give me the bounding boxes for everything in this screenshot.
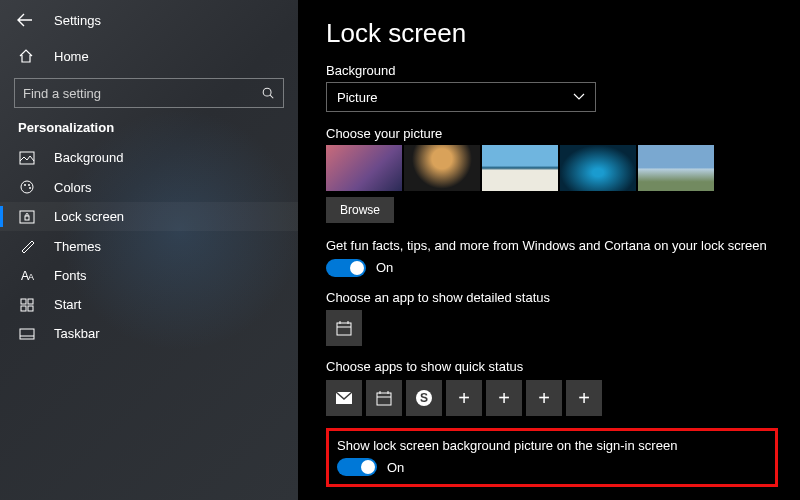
search-box[interactable] xyxy=(14,78,284,108)
plus-icon: + xyxy=(458,388,470,408)
quick-status-tile-add[interactable]: + xyxy=(526,380,562,416)
quick-status-tile-add[interactable]: + xyxy=(566,380,602,416)
sidebar-item-taskbar[interactable]: Taskbar xyxy=(0,319,298,348)
fun-facts-state: On xyxy=(376,260,393,275)
sidebar-item-start[interactable]: Start xyxy=(0,290,298,319)
quick-status-tile-mail[interactable] xyxy=(326,380,362,416)
detailed-status-app-tile[interactable] xyxy=(326,310,362,346)
background-label: Background xyxy=(326,63,778,78)
signin-bg-state: On xyxy=(387,460,404,475)
svg-line-1 xyxy=(270,95,273,98)
sidebar-item-label: Background xyxy=(54,150,123,165)
svg-point-5 xyxy=(28,184,30,186)
choose-picture-label: Choose your picture xyxy=(326,126,778,141)
svg-rect-8 xyxy=(25,216,29,220)
plus-icon: + xyxy=(498,388,510,408)
sidebar-item-background[interactable]: Background xyxy=(0,143,298,172)
svg-text:S: S xyxy=(420,391,428,405)
start-icon xyxy=(18,298,36,312)
sidebar-item-colors[interactable]: Colors xyxy=(0,172,298,202)
back-arrow-icon xyxy=(17,12,33,28)
search-icon xyxy=(261,86,275,100)
sidebar-item-label: Colors xyxy=(54,180,92,195)
home-icon xyxy=(18,48,36,64)
taskbar-icon xyxy=(18,328,36,340)
quick-status-tile-calendar[interactable] xyxy=(366,380,402,416)
page-title: Lock screen xyxy=(326,18,778,49)
back-button[interactable] xyxy=(14,9,36,31)
chevron-down-icon xyxy=(573,93,585,101)
picture-thumb[interactable] xyxy=(326,145,402,191)
sidebar-item-label: Taskbar xyxy=(54,326,100,341)
palette-icon xyxy=(18,179,36,195)
search-input[interactable] xyxy=(23,86,261,101)
sidebar-item-themes[interactable]: Themes xyxy=(0,231,298,261)
sidebar: Settings Home Personalization Background… xyxy=(0,0,298,500)
fun-facts-label: Get fun facts, tips, and more from Windo… xyxy=(326,237,778,255)
picture-thumb[interactable] xyxy=(404,145,480,191)
svg-rect-15 xyxy=(337,323,351,335)
svg-point-3 xyxy=(21,181,33,193)
skype-icon: S xyxy=(414,388,434,408)
picture-thumbnails xyxy=(326,145,778,191)
sidebar-home-label: Home xyxy=(54,49,89,64)
svg-rect-9 xyxy=(21,299,26,304)
quick-status-tile-skype[interactable]: S xyxy=(406,380,442,416)
browse-button[interactable]: Browse xyxy=(326,197,394,223)
font-icon: AA xyxy=(18,269,36,283)
brush-icon xyxy=(18,238,36,254)
sidebar-home[interactable]: Home xyxy=(0,40,298,72)
plus-icon: + xyxy=(538,388,550,408)
signin-bg-toggle[interactable] xyxy=(337,458,377,476)
quick-status-tiles: S + + + + xyxy=(326,380,778,416)
image-icon xyxy=(18,151,36,165)
sidebar-item-label: Themes xyxy=(54,239,101,254)
sidebar-item-fonts[interactable]: AA Fonts xyxy=(0,261,298,290)
sidebar-item-lock-screen[interactable]: Lock screen xyxy=(0,202,298,231)
picture-thumb[interactable] xyxy=(560,145,636,191)
calendar-icon xyxy=(375,389,393,407)
main-panel: Lock screen Background Picture Choose yo… xyxy=(298,0,800,500)
svg-rect-20 xyxy=(377,393,391,405)
svg-point-0 xyxy=(263,88,271,96)
svg-rect-11 xyxy=(21,306,26,311)
picture-thumb[interactable] xyxy=(482,145,558,191)
sidebar-item-label: Fonts xyxy=(54,268,87,283)
fun-facts-toggle[interactable] xyxy=(326,259,366,277)
svg-rect-13 xyxy=(20,329,34,339)
background-dropdown[interactable]: Picture xyxy=(326,82,596,112)
svg-rect-12 xyxy=(28,306,33,311)
background-value: Picture xyxy=(337,90,377,105)
annotation-highlight: Show lock screen background picture on t… xyxy=(326,428,778,488)
mail-icon xyxy=(335,391,353,405)
calendar-icon xyxy=(335,319,353,337)
plus-icon: + xyxy=(578,388,590,408)
sidebar-section-header: Personalization xyxy=(0,118,298,143)
window-title: Settings xyxy=(54,13,101,28)
sidebar-item-label: Start xyxy=(54,297,81,312)
detailed-status-label: Choose an app to show detailed status xyxy=(326,289,778,307)
quick-status-label: Choose apps to show quick status xyxy=(326,358,778,376)
svg-rect-10 xyxy=(28,299,33,304)
quick-status-tile-add[interactable]: + xyxy=(446,380,482,416)
lock-icon xyxy=(18,210,36,224)
signin-bg-label: Show lock screen background picture on t… xyxy=(337,437,767,455)
sidebar-item-label: Lock screen xyxy=(54,209,124,224)
quick-status-tile-add[interactable]: + xyxy=(486,380,522,416)
svg-point-4 xyxy=(24,184,26,186)
svg-rect-7 xyxy=(20,211,34,223)
picture-thumb[interactable] xyxy=(638,145,714,191)
svg-point-6 xyxy=(29,187,31,189)
